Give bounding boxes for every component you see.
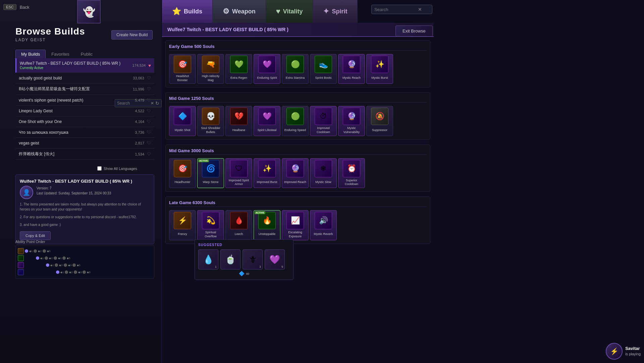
- item-card[interactable]: 🔕 Suppressor: [366, 106, 393, 136]
- build-list-item[interactable]: Linepro Lady Geist 4,522 ♡: [15, 106, 154, 116]
- tab-public[interactable]: Public: [75, 50, 98, 59]
- build-sections: Early Game 500 Souls 🎯 Headshot Booster …: [162, 37, 434, 258]
- item-icon: 🌀: [202, 160, 219, 177]
- item-card[interactable]: ⚡ Frenzy: [169, 210, 196, 240]
- build-like-icon[interactable]: ♥: [148, 63, 151, 68]
- suggested-item[interactable]: 🍵: [220, 249, 240, 269]
- item-icon: ❄: [315, 160, 332, 177]
- item-card[interactable]: ⏰ Superior Cooldown: [338, 158, 365, 188]
- create-new-build-button[interactable]: Create New Build: [111, 30, 153, 40]
- item-card[interactable]: 🟢 Extra Stamina: [282, 54, 309, 84]
- build-like-icon[interactable]: ♡: [147, 98, 151, 103]
- build-like-icon[interactable]: ♡: [147, 119, 151, 124]
- copy-edit-button[interactable]: Copy & Edit: [20, 231, 51, 240]
- weapon-tab-label: Weapon: [232, 8, 256, 15]
- build-list-item[interactable]: One Shot with your One 4,164 ♡: [15, 116, 154, 127]
- ability-dot: [72, 263, 76, 267]
- item-name: Headshot Booster: [171, 74, 194, 82]
- tab-my-builds[interactable]: My Builds: [15, 50, 46, 59]
- build-item-count: 4,522: [135, 109, 144, 113]
- suggested-item[interactable]: 🗡 3: [243, 249, 263, 269]
- ability-row-3: ◆1 ◆2 ◆3 ◆5: [18, 262, 152, 268]
- build-like-icon[interactable]: ♡: [147, 152, 151, 157]
- item-icon: 🩸: [230, 212, 248, 229]
- item-card[interactable]: 🎯 Headshot Booster: [169, 54, 196, 84]
- item-card[interactable]: 💫 Spiritual Overflow: [197, 210, 224, 240]
- ability-row-2: ◆1 ◆2 ◆3 ◆5: [18, 255, 152, 261]
- item-card[interactable]: 👟 Sprint Boots: [310, 54, 337, 84]
- tab-spirit[interactable]: ✦ Spirit: [313, 0, 358, 23]
- item-card[interactable]: ✨ Mystic Burst: [366, 54, 393, 84]
- item-name: Spiritual Overflow: [199, 231, 222, 238]
- build-like-icon[interactable]: ♡: [147, 140, 151, 145]
- item-icon: 💫: [202, 212, 219, 229]
- suggested-item[interactable]: 💜 9: [265, 249, 285, 269]
- right-search-clear-icon[interactable]: ✕: [418, 7, 422, 12]
- item-card[interactable]: ⏱ Improved Cooldown: [310, 106, 337, 136]
- build-list-item[interactable]: Wulfee7 Twitch - BEST LADY GEIST BUILD (…: [15, 58, 154, 73]
- suggested-section: SUGGESTED 💧 1 🍵 🗡 3 💜 9 🔷 ∞: [195, 239, 293, 280]
- back-button[interactable]: Back: [20, 5, 30, 10]
- build-list-item[interactable]: violent's siphon geist (newest patch) 5,…: [15, 95, 154, 106]
- build-item-count: 1,534: [135, 152, 144, 156]
- item-icon: 🔕: [371, 108, 388, 125]
- suggested-items: 💧 1 🍵 🗡 3 💜 9: [198, 249, 290, 269]
- item-card[interactable]: 🔫 High-Velocity Mag: [197, 54, 224, 84]
- item-name: Leech: [227, 231, 251, 238]
- tab-vitality[interactable]: ♥ Vitality: [266, 0, 313, 23]
- item-card[interactable]: 🔷 Mystic Shot: [169, 106, 196, 136]
- item-icon: 🟢: [286, 108, 304, 125]
- item-card[interactable]: 🎯 Headhunter: [169, 158, 196, 188]
- esc-badge[interactable]: ESC: [3, 4, 16, 10]
- item-card[interactable]: 🟢 Enduring Speed: [282, 106, 309, 136]
- item-icon: 👟: [315, 56, 332, 73]
- tab-favorites[interactable]: Favorites: [46, 50, 75, 59]
- item-icon: 💜: [258, 56, 276, 73]
- exit-browse-button[interactable]: Exit Browse: [395, 25, 433, 37]
- build-list-item[interactable]: B站小魔法师黑星星吸血鬼一键符文配置 11,996 ♡: [15, 83, 154, 95]
- detail-desc1: 1. The items presented are taken mostly,…: [20, 202, 150, 212]
- item-card[interactable]: 🩸 Leech: [225, 210, 252, 240]
- build-title-bar: Wulfee7 Twitch - BEST LADY GEIST BUILD (…: [162, 23, 434, 37]
- hero-name-label: LADY GEIST: [15, 38, 85, 42]
- item-icon: 💚: [230, 56, 248, 73]
- item-card[interactable]: 🔊 Mystic Reverb: [310, 210, 337, 240]
- build-list-item[interactable]: 炸弹赖线毒女 [传火] 1,534 ♡: [15, 148, 154, 160]
- build-like-icon[interactable]: ♡: [147, 108, 151, 113]
- item-card[interactable]: 🔮 Mystic Vulnerability: [338, 106, 365, 136]
- build-list-item[interactable]: Что за шлюшка хохотушка 3,736 ♡: [15, 127, 154, 138]
- tab-weapon[interactable]: ⚙ Weapon: [213, 0, 266, 23]
- right-search-bar: ✕: [371, 5, 432, 14]
- item-card[interactable]: 💔 Healbane: [225, 106, 252, 136]
- ability-icon-4: [18, 269, 24, 275]
- item-card[interactable]: ❄ Mystic Slow: [310, 158, 337, 188]
- item-card[interactable]: 🔮 Improved Reach: [282, 158, 309, 188]
- ability-dot: [74, 270, 77, 274]
- left-search-refresh-icon[interactable]: ↻: [155, 101, 159, 106]
- item-card[interactable]: 💜 Spirit Lifesteal: [254, 106, 280, 136]
- items-row: ⚡ Frenzy 💫 Spiritual Overflow 🩸 Leech AC…: [169, 210, 427, 240]
- build-list-item[interactable]: actually good geist build 33,063 ♡: [15, 73, 154, 83]
- item-card[interactable]: 🔮 Mystic Reach: [338, 54, 365, 84]
- item-card[interactable]: 📈 Escalating Exposure: [282, 210, 309, 240]
- item-card[interactable]: 🛡 Improved Spirit Armor: [225, 158, 252, 188]
- build-like-icon[interactable]: ♡: [147, 75, 151, 80]
- detail-updated: Last Updated: Sunday, September 15, 2024…: [37, 191, 111, 196]
- item-card[interactable]: ACTIVE 🌀 Warp Stone: [197, 158, 224, 188]
- item-card[interactable]: 💚 Extra Regen: [225, 54, 252, 84]
- item-card[interactable]: ACTIVE 🔥 Unstoppable: [254, 210, 280, 240]
- suggested-item[interactable]: 💧 1: [198, 249, 218, 269]
- build-like-icon[interactable]: ♡: [147, 130, 151, 135]
- ability-dot: [43, 249, 46, 253]
- item-card[interactable]: ✨ Improved Burst: [254, 158, 280, 188]
- build-section: Late Game 6300 Souls ⚡ Frenzy 💫 Spiritua…: [165, 196, 430, 244]
- build-like-icon[interactable]: ♡: [147, 86, 151, 92]
- item-card[interactable]: 💜 Enduring Spirit: [254, 54, 280, 84]
- show-all-lang-checkbox[interactable]: [97, 166, 102, 171]
- build-list-item[interactable]: vegas geist 2,817 ♡: [15, 138, 154, 148]
- build-item-name: Linepro Lady Geist: [19, 109, 135, 113]
- tab-builds[interactable]: ⭐ Builds: [162, 0, 213, 23]
- right-search-input[interactable]: [374, 7, 418, 12]
- item-card[interactable]: 💀 Soul Shredder Bullets: [197, 106, 224, 136]
- show-all-lang-label: Show All Languages: [104, 167, 137, 171]
